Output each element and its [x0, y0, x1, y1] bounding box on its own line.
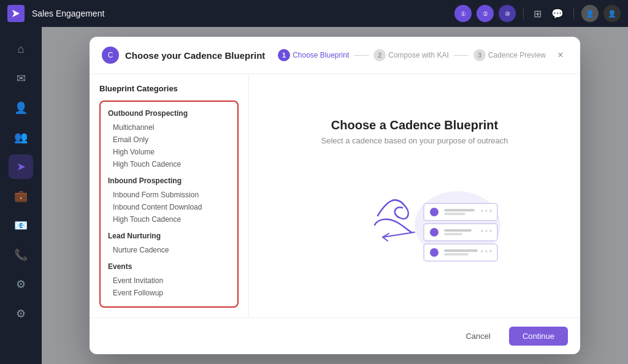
modal-header-icon-letter: C — [108, 51, 113, 59]
item-high-volume[interactable]: High Volume — [108, 146, 230, 158]
topbar: Sales Engagement ① ② ⑩ ⊞ 💬 👤 👤 — [0, 0, 628, 27]
topbar-actions: ① ② ⑩ ⊞ 💬 👤 👤 — [454, 5, 621, 22]
cadence-svg — [316, 164, 513, 274]
modal: C Choose your Cadence Blueprint 1 Choose… — [90, 37, 580, 354]
grid-icon[interactable]: ⊞ — [534, 8, 542, 20]
svg-point-20 — [485, 250, 488, 252]
sidebar-item-person[interactable]: 👤 — [9, 96, 33, 120]
svg-rect-3 — [444, 209, 475, 211]
step-2: 2 Compose with KAI — [373, 49, 449, 61]
modal-close-button[interactable]: × — [553, 48, 568, 63]
cancel-button[interactable]: Cancel — [453, 327, 502, 346]
section-outbound: Outbound Prospecting — [108, 109, 230, 118]
sidebar-item-settings[interactable]: ⚙ — [9, 301, 33, 326]
svg-rect-4 — [444, 213, 465, 215]
app-title: Sales Engagement — [32, 9, 454, 18]
item-event-followup[interactable]: Event Followup — [108, 287, 230, 299]
svg-point-9 — [430, 228, 438, 237]
illustration-title: Choose a Cadence Blueprint — [331, 118, 498, 132]
item-multichannel[interactable]: Multichannel — [108, 121, 230, 134]
sidebar-item-home[interactable]: ⌂ — [9, 37, 33, 61]
separator-1 — [523, 7, 524, 20]
svg-point-21 — [489, 250, 492, 252]
chat-icon[interactable]: 💬 — [551, 8, 564, 20]
svg-point-7 — [489, 210, 492, 212]
item-nurture-cadence[interactable]: Nurture Cadence — [108, 244, 230, 256]
illustration-area — [316, 164, 513, 274]
step-3: 3 Cadence Preview — [473, 49, 546, 61]
svg-rect-17 — [444, 249, 478, 252]
svg-rect-11 — [444, 233, 462, 235]
notification-btn-1[interactable]: ① — [454, 5, 472, 22]
item-email-only[interactable]: Email Only — [108, 134, 230, 146]
step-1-number: 1 — [278, 49, 290, 61]
step-1-label: Choose Blueprint — [293, 51, 349, 59]
separator-2 — [573, 7, 574, 20]
category-list-box: Outbound Prospecting Multichannel Email … — [99, 100, 239, 308]
sidebar-item-people[interactable]: 👥 — [9, 125, 33, 150]
illustration-subtitle: Select a cadence based on your purpose o… — [321, 136, 508, 145]
section-lead-nurturing: Lead Nurturing — [108, 232, 230, 240]
step-sep-1: —— — [354, 51, 369, 59]
svg-point-14 — [489, 230, 492, 232]
continue-button[interactable]: Continue — [509, 327, 568, 346]
step-sep-2: —— — [454, 51, 469, 59]
user-avatar-2[interactable]: 👤 — [603, 5, 621, 22]
sidebar: ⌂ ✉ 👤 👥 ➤ 💼 📧 📞 ⚙ ⚙ — [0, 27, 42, 364]
modal-body: Blueprint Categories Outbound Prospectin… — [90, 74, 580, 317]
sidebar-item-integrations[interactable]: ⚙ — [9, 272, 33, 297]
modal-overlay: C Choose your Cadence Blueprint 1 Choose… — [42, 27, 628, 364]
notification-btn-3[interactable]: ⑩ — [499, 5, 516, 22]
svg-rect-10 — [444, 229, 472, 232]
svg-point-2 — [430, 208, 438, 216]
step-3-number: 3 — [473, 49, 486, 61]
step-3-label: Cadence Preview — [488, 51, 546, 59]
section-events: Events — [108, 262, 230, 271]
svg-point-16 — [430, 248, 438, 257]
user-avatar-1[interactable]: 👤 — [581, 5, 599, 22]
svg-point-19 — [481, 250, 483, 252]
modal-header: C Choose your Cadence Blueprint 1 Choose… — [90, 37, 580, 74]
section-inbound: Inbound Prospecting — [108, 176, 230, 185]
sidebar-item-phone[interactable]: 📞 — [9, 243, 33, 267]
sidebar-item-email[interactable]: 📧 — [9, 213, 33, 238]
item-high-touch-outbound[interactable]: High Touch Cadence — [108, 158, 230, 170]
item-inbound-form[interactable]: Inbound Form Submission — [108, 189, 230, 201]
content-area: C Choose your Cadence Blueprint 1 Choose… — [42, 27, 628, 364]
svg-rect-18 — [444, 253, 469, 256]
sidebar-item-send[interactable]: ➤ — [9, 154, 33, 179]
sidebar-item-briefcase[interactable]: 💼 — [9, 184, 33, 208]
app-logo[interactable] — [7, 5, 25, 22]
modal-stepper: 1 Choose Blueprint —— 2 Compose with KAI… — [278, 49, 546, 61]
svg-point-13 — [485, 230, 488, 232]
categories-title: Blueprint Categories — [99, 84, 239, 93]
modal-title: Choose your Cadence Blueprint — [125, 50, 278, 61]
item-inbound-content[interactable]: Inbound Content Download — [108, 201, 230, 213]
step-2-label: Compose with KAI — [388, 51, 449, 59]
main-layout: ⌂ ✉ 👤 👥 ➤ 💼 📧 📞 ⚙ ⚙ C Choose your Cadenc… — [0, 27, 628, 364]
svg-point-6 — [485, 210, 488, 212]
illustration-panel: Choose a Cadence Blueprint Select a cade… — [249, 74, 580, 317]
svg-point-5 — [481, 210, 483, 212]
notification-btn-2[interactable]: ② — [477, 5, 494, 22]
item-event-invitation[interactable]: Event Invitation — [108, 275, 230, 287]
step-1: 1 Choose Blueprint — [278, 49, 349, 61]
step-2-number: 2 — [373, 49, 386, 61]
item-high-touch-inbound[interactable]: High Touch Cadence — [108, 213, 230, 226]
modal-header-icon: C — [102, 47, 119, 64]
svg-point-12 — [481, 230, 483, 232]
sidebar-item-mail[interactable]: ✉ — [9, 66, 33, 91]
categories-panel: Blueprint Categories Outbound Prospectin… — [90, 74, 249, 317]
modal-footer: Cancel Continue — [90, 317, 580, 354]
